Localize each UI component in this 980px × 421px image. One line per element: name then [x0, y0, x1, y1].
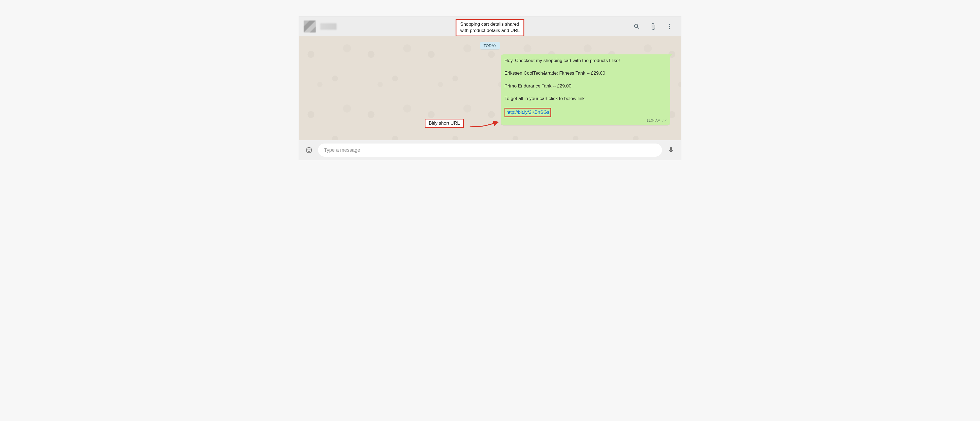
svg-point-1 — [669, 26, 670, 27]
annotation-left-text: Bitly short URL — [429, 121, 460, 126]
svg-point-0 — [669, 24, 670, 25]
chat-body: TODAY Hey, Checkout my shopping cart wit… — [299, 37, 681, 140]
emoji-icon[interactable] — [304, 145, 314, 155]
annotation-left-callout: Bitly short URL — [425, 119, 464, 128]
bitly-link[interactable]: http://bit.ly/2KBnSGs — [504, 108, 551, 117]
annotation-arrow — [468, 118, 501, 129]
message-meta: 11:34 AM ✓✓ — [504, 118, 667, 124]
microphone-icon[interactable] — [666, 145, 676, 155]
message-input[interactable] — [318, 143, 662, 157]
message-line: Hey, Checkout my shopping cart with the … — [504, 57, 667, 64]
kebab-menu-icon[interactable] — [663, 20, 676, 33]
svg-point-2 — [669, 28, 670, 29]
contact-avatar[interactable] — [304, 21, 316, 33]
paperclip-icon[interactable] — [647, 20, 660, 33]
contact-name[interactable] — [320, 23, 337, 30]
chat-app-frame: Shopping cart details shared with produc… — [299, 16, 681, 160]
annotation-top-line1: Shopping cart details shared with produc… — [460, 21, 520, 34]
annotation-top-callout: Shopping cart details shared with produc… — [455, 19, 524, 37]
date-chip: TODAY — [480, 42, 500, 49]
message-line: To get all in your cart click to below l… — [504, 95, 667, 102]
message-line: Erikssen CoolTech&trade; Fitness Tank --… — [504, 70, 667, 77]
outgoing-message-bubble: Hey, Checkout my shopping cart with the … — [501, 54, 670, 125]
message-input-bar — [299, 140, 681, 160]
read-ticks-icon: ✓✓ — [662, 118, 667, 124]
search-icon[interactable] — [630, 20, 643, 33]
message-line: Primo Endurance Tank -- £29.00 — [504, 83, 667, 90]
message-time: 11:34 AM — [646, 118, 660, 123]
chat-header: Shopping cart details shared with produc… — [299, 17, 681, 37]
